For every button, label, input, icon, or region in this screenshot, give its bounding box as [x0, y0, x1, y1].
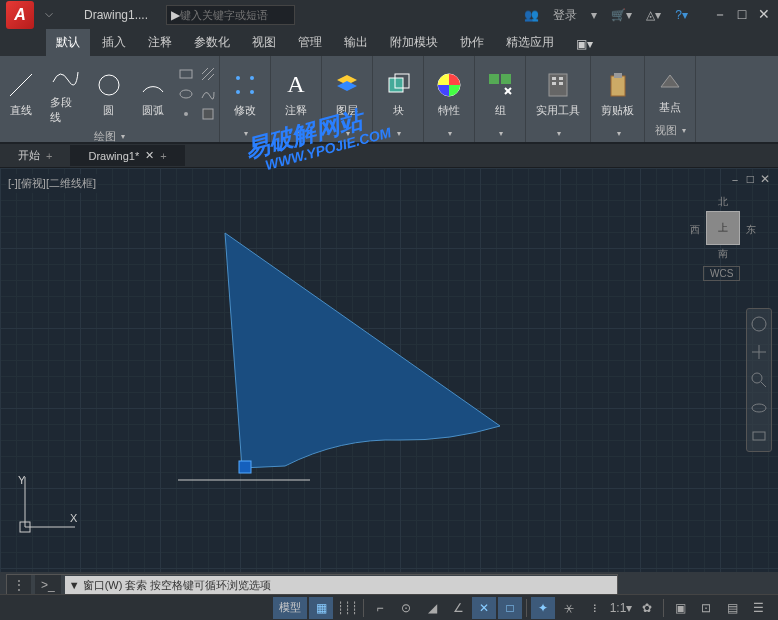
customize-icon[interactable]: ☰ — [746, 597, 770, 619]
cart-icon[interactable]: 🛒▾ — [611, 8, 632, 22]
panel-annotation: A注释 ▾ — [271, 56, 322, 142]
grid-toggle[interactable]: ▦ — [309, 597, 333, 619]
rect-icon[interactable] — [178, 66, 194, 82]
svg-point-1 — [99, 75, 119, 95]
orbit-icon[interactable] — [750, 399, 768, 417]
units-toggle[interactable]: ⊡ — [694, 597, 718, 619]
region-icon[interactable] — [200, 106, 216, 122]
tab-annotate[interactable]: 注释 — [138, 29, 182, 56]
panel-draw-label[interactable]: 绘图▾ — [94, 127, 125, 146]
login-link[interactable]: 登录 — [553, 7, 577, 24]
drawing-canvas[interactable]: [-][俯视][二维线框] － □ ✕ X Y 上 北 南 东 西 WCS — [0, 168, 778, 572]
plus-icon[interactable]: + — [160, 150, 166, 162]
app-logo[interactable]: A — [6, 1, 34, 29]
zoom-icon[interactable] — [750, 371, 768, 389]
navigation-bar — [746, 308, 772, 452]
tab-manage[interactable]: 管理 — [288, 29, 332, 56]
svg-rect-2 — [180, 70, 192, 78]
pan-icon[interactable] — [750, 343, 768, 361]
anno-monitor-toggle[interactable]: ▣ — [668, 597, 692, 619]
tab-overflow-icon[interactable]: ▣▾ — [566, 32, 603, 56]
svg-text:X: X — [70, 512, 78, 524]
tool-utilities[interactable]: 实用工具 — [532, 68, 584, 120]
tab-parametric[interactable]: 参数化 — [184, 29, 240, 56]
cmd-handle-icon[interactable]: ⋮ — [7, 575, 31, 595]
tab-addins[interactable]: 附加模块 — [380, 29, 448, 56]
snap-toggle[interactable]: ┊┊┊ — [335, 597, 359, 619]
tool-text[interactable]: A注释 — [277, 68, 315, 120]
command-line[interactable]: ⋮ >_ ▼ 窗口(W) 套索 按空格键可循环浏览选项 — [6, 574, 618, 596]
tab-default[interactable]: 默认 — [46, 29, 90, 56]
tool-arc[interactable]: 圆弧 — [134, 68, 172, 120]
tool-clipboard[interactable]: 剪贴板 — [597, 68, 638, 120]
tab-insert[interactable]: 插入 — [92, 29, 136, 56]
command-text[interactable]: ▼ 窗口(W) 套索 按空格键可循环浏览选项 — [65, 576, 617, 594]
search-box[interactable]: ▶ — [166, 5, 295, 25]
point-icon[interactable] — [178, 106, 194, 122]
file-tabs: 开始+ Drawing1*✕+ — [0, 144, 778, 168]
tool-line[interactable]: 直线 — [2, 68, 40, 120]
tool-circle[interactable]: 圆 — [90, 68, 128, 120]
tab-output[interactable]: 输出 — [334, 29, 378, 56]
ortho-toggle[interactable]: ⌐ — [368, 597, 392, 619]
tool-group[interactable]: 组 — [481, 68, 519, 120]
plus-icon[interactable]: + — [46, 150, 52, 162]
2dsnap-toggle[interactable]: □ — [498, 597, 522, 619]
autodesk-icon[interactable]: ◬▾ — [646, 8, 661, 22]
tool-layer[interactable]: 图层 — [328, 68, 366, 120]
status-model[interactable]: 模型 — [273, 597, 307, 619]
isodraft-toggle[interactable]: ◢ — [420, 597, 444, 619]
user-icon[interactable]: 👥 — [524, 8, 539, 22]
spline-icon[interactable] — [200, 86, 216, 102]
svg-text:Y: Y — [18, 474, 26, 486]
polar-toggle[interactable]: ⊙ — [394, 597, 418, 619]
login-dropdown-icon[interactable]: ▾ — [591, 8, 597, 22]
maximize-button[interactable]: □ — [734, 6, 750, 24]
tool-polyline[interactable]: 多段线 — [46, 60, 84, 127]
transparency-toggle[interactable]: ⚹ — [557, 597, 581, 619]
viewcube-top[interactable]: 上 — [706, 211, 740, 245]
anno-scale[interactable]: 1:1▾ — [609, 597, 633, 619]
tab-view[interactable]: 视图 — [242, 29, 286, 56]
nav-wheel-icon[interactable] — [750, 315, 768, 333]
cmd-prompt-icon: >_ — [35, 575, 61, 595]
quickprops-toggle[interactable]: ▤ — [720, 597, 744, 619]
workspace-toggle[interactable]: ✿ — [635, 597, 659, 619]
cycling-toggle[interactable]: ⫶ — [583, 597, 607, 619]
lineweight-toggle[interactable]: ✦ — [531, 597, 555, 619]
qat-dropdown-icon[interactable] — [42, 8, 56, 22]
panel-modify: 修改 ▾ — [220, 56, 271, 142]
showmotion-icon[interactable] — [750, 427, 768, 445]
panel-view-label[interactable]: 视图▾ — [655, 121, 686, 140]
file-tab-start[interactable]: 开始+ — [0, 144, 70, 167]
draw-small-tools[interactable] — [178, 66, 218, 122]
tab-featured[interactable]: 精选应用 — [496, 29, 564, 56]
ribbon: 直线 多段线 圆 圆弧 绘图▾ — [0, 56, 778, 144]
osnap-toggle[interactable]: ∠ — [446, 597, 470, 619]
tool-viewbase[interactable]: 基点 — [651, 65, 689, 117]
file-tab-drawing[interactable]: Drawing1*✕+ — [70, 145, 184, 166]
otrack-toggle[interactable]: ✕ — [472, 597, 496, 619]
svg-rect-10 — [389, 78, 403, 92]
ucs-icon[interactable]: X Y — [10, 472, 80, 542]
hatch-icon[interactable] — [200, 66, 216, 82]
close-button[interactable]: ✕ — [756, 6, 772, 24]
tool-modify[interactable]: 修改 — [226, 68, 264, 120]
wcs-label[interactable]: WCS — [703, 266, 740, 281]
svg-rect-23 — [239, 461, 251, 473]
ribbon-tabs: 默认 插入 注释 参数化 视图 管理 输出 附加模块 协作 精选应用 ▣▾ — [0, 30, 778, 56]
doc-title: Drawing1.... — [84, 8, 148, 22]
ellipse-icon[interactable] — [178, 86, 194, 102]
help-icon[interactable]: ?▾ — [675, 8, 688, 22]
tool-properties[interactable]: 特性 — [430, 68, 468, 120]
tab-collaborate[interactable]: 协作 — [450, 29, 494, 56]
close-tab-icon[interactable]: ✕ — [145, 149, 154, 162]
svg-point-30 — [752, 373, 762, 383]
search-input[interactable] — [180, 9, 290, 21]
svg-point-32 — [752, 404, 766, 412]
tool-block[interactable]: 块 — [379, 68, 417, 120]
svg-rect-16 — [552, 77, 556, 80]
view-cube[interactable]: 上 北 南 东 西 WCS — [688, 193, 758, 263]
minimize-button[interactable]: － — [712, 6, 728, 24]
svg-point-4 — [184, 112, 188, 116]
